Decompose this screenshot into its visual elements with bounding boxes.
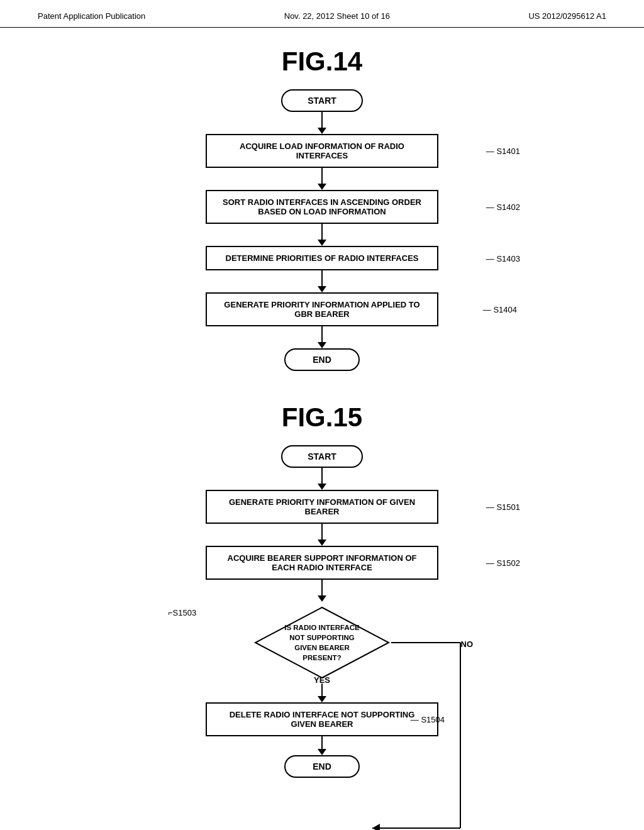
fig14-end-row: END [165,348,479,371]
page-header: Patent Application Publication Nov. 22, … [0,0,644,28]
arrow-head-yes [318,696,326,702]
fig14-s1402-node: SORT RADIO INTERFACES IN ASCENDING ORDER… [206,190,438,224]
arrow-head [318,128,326,134]
arrow-line [321,112,323,128]
fig14-s1404-node: GENERATE PRIORITY INFORMATION APPLIED TO… [206,292,438,326]
fig14-s1401-node: ACQUIRE LOAD INFORMATION OF RADIO INTERF… [206,134,438,168]
arrow-head [318,342,326,348]
fig14-s1402-row: SORT RADIO INTERFACES IN ASCENDING ORDER… [165,190,479,224]
arrow-head [318,286,326,292]
arrow-14-0 [318,112,326,134]
arrow-head [318,484,326,490]
fig15-lower-section: DELETE RADIO INTERFACE NOT SUPPORTING GI… [165,683,479,778]
arrow-line-yes [321,683,323,696]
arrow-line [321,168,323,184]
fig15-end-node: END [284,755,360,778]
fig15-s1501-row: GENERATE PRIORITY INFORMATION OF GIVEN B… [165,490,479,524]
fig14-flowchart: FIG.14 START ACQUIRE LOAD INFORMATION OF… [165,47,479,371]
fig15-s1502-label: — S1502 [486,558,520,568]
header-right: US 2012/0295612 A1 [528,11,606,21]
fig14-s1403-node: DETERMINE PRIORITIES OF RADIO INTERFACES [206,246,438,270]
arrow-15-0 [318,468,326,490]
arrow-15-2 [318,580,326,602]
fig15-s1501-label: — S1501 [486,502,520,512]
fig14-start-row: START [165,89,479,112]
fig14-start-node: START [281,89,363,112]
header-middle: Nov. 22, 2012 Sheet 10 of 16 [284,11,390,21]
fig15-s1502-row: ACQUIRE BEARER SUPPORT INFORMATION OF EA… [165,546,479,580]
fig15-s1501-node: GENERATE PRIORITY INFORMATION OF GIVEN B… [206,490,438,524]
arrow-line [321,326,323,342]
fig15-s1504-row: DELETE RADIO INTERFACE NOT SUPPORTING GI… [165,702,479,736]
fig15-yes-path: DELETE RADIO INTERFACE NOT SUPPORTING GI… [165,683,479,778]
arrow-line [321,468,323,484]
fig15-title: FIG.15 [282,402,362,433]
main-content: FIG.14 START ACQUIRE LOAD INFORMATION OF… [0,28,644,822]
arrow-head [318,540,326,546]
arrow-line [321,270,323,286]
fig15-s1504-label: — S1504 [411,715,445,724]
fig15-s1503-label: ⌐S1503 [168,608,196,617]
arrow-head [318,184,326,190]
fig15-s1503-diamond-text: IS RADIO INTERFACE NOT SUPPORTING GIVEN … [278,622,366,663]
fig14-s1401-row: ACQUIRE LOAD INFORMATION OF RADIO INTERF… [165,134,479,168]
fig14-end-node: END [284,348,360,371]
arrow-15-1 [318,524,326,546]
arrow-14-4 [318,326,326,348]
fig14-title: FIG.14 [282,47,362,77]
fig15-flowchart: FIG.15 START GENERATE PRIORITY INFORMATI… [165,402,479,778]
fig15-s1504-node: DELETE RADIO INTERFACE NOT SUPPORTING GI… [206,702,438,736]
fig14-s1402-label: — S1402 [486,202,520,212]
svg-marker-4 [372,824,380,830]
fig15-s1502-node: ACQUIRE BEARER SUPPORT INFORMATION OF EA… [206,546,438,580]
fig14-s1401-label: — S1401 [486,147,520,156]
arrow-14-2 [318,224,326,246]
fig15-start-row: START [165,445,479,468]
arrow-line [321,224,323,240]
fig15-start-node: START [281,445,363,468]
fig14-s1403-row: DETERMINE PRIORITIES OF RADIO INTERFACES… [165,246,479,270]
arrow-14-1 [318,168,326,190]
arrow-head [318,240,326,246]
arrow-14-3 [318,270,326,292]
fig15-no-label: NO [461,639,474,649]
fig15-s1503-row: IS RADIO INTERFACE NOT SUPPORTING GIVEN … [165,602,479,683]
fig14-s1404-label: — S1404 [483,305,517,314]
header-left: Patent Application Publication [38,11,145,21]
arrow-line [321,524,323,540]
arrow-line [321,580,323,595]
arrow-head [318,595,326,602]
fig14-s1404-row: GENERATE PRIORITY INFORMATION APPLIED TO… [165,292,479,326]
fig14-s1403-label: — S1403 [486,253,520,263]
arrow-line-s1504 [321,736,323,749]
arrow-head-s1504 [318,749,326,755]
